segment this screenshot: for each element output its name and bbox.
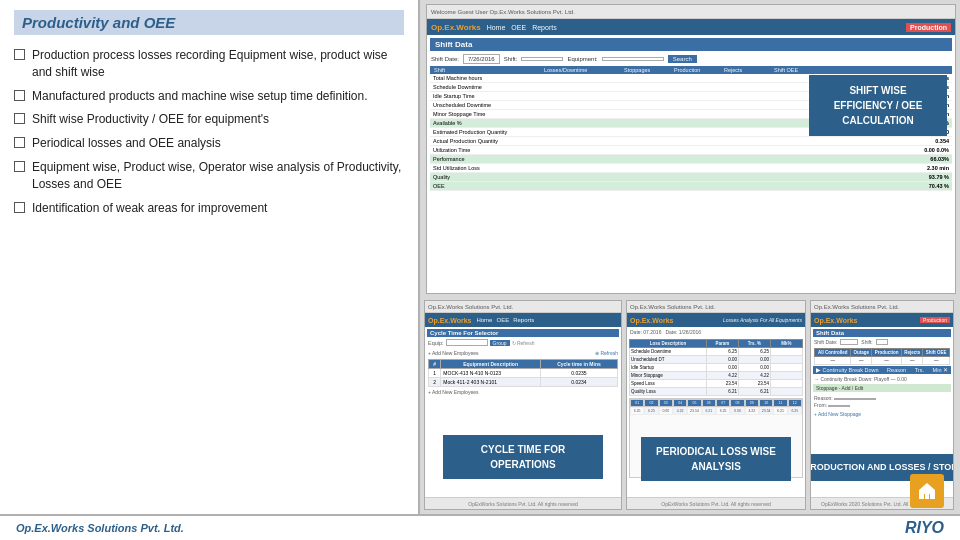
shift-data-title: Shift Data	[430, 38, 952, 51]
periodical-box-header: Op.Ex.Works Solutions Pvt. Ltd.	[627, 301, 805, 313]
home-icon	[917, 481, 937, 501]
checkbox-icon	[14, 161, 25, 172]
shift-data-screenshot: Welcome Guest User Op.Ex.Works Solutions…	[426, 4, 956, 294]
table-cell: 0.0235	[540, 369, 617, 378]
bullet-list: Production process losses recording Equi…	[14, 47, 404, 216]
list-item: Production process losses recording Equi…	[14, 47, 404, 81]
table-cell: 0.0234	[540, 378, 617, 387]
col-equip: Equipment Description	[441, 360, 541, 369]
checkbox-icon	[14, 90, 25, 101]
screenshot-navbar: Op.Ex.Works Home OEE Reports Production	[427, 19, 955, 35]
cycle-box-nav: Op.Ex.Works Home OEE Reports	[425, 313, 621, 327]
cycle-time-screenshot: Op.Ex.Works Solutions Pvt. Ltd. Op.Ex.Wo…	[424, 300, 622, 510]
form-row-mock: Shift Date: 7/26/2016 Shift: Equipment: …	[427, 52, 955, 66]
list-item: Equipment wise, Product wise, Operator w…	[14, 159, 404, 193]
list-item: Periodical losses and OEE analysis	[14, 135, 404, 152]
daily-box-topbar: Op.Ex.Works Solutions Pvt. Ltd.	[811, 301, 953, 313]
shift-efficiency-overlay: SHIFT WISE EFFICIENCY / OEE CALCULATION	[809, 75, 947, 136]
footer-brand: RIYO	[905, 519, 944, 537]
data-row: Utilization Time 0.00 0.0%	[430, 146, 952, 155]
periodical-loss-screenshot: Op.Ex.Works Solutions Pvt. Ltd. Op.Ex.Wo…	[626, 300, 806, 510]
list-item: Manufactured products and machine wise s…	[14, 88, 404, 105]
data-row: Performance 66.03%	[430, 155, 952, 164]
section-title: Productivity and OEE	[14, 10, 404, 35]
footer: Op.Ex.Works Solutions Pvt. Ltd. RIYO	[0, 514, 960, 540]
checkbox-icon	[14, 49, 25, 60]
welcome-text: Welcome Guest User Op.Ex.Works Solutions…	[431, 9, 951, 15]
table-cell: 1	[429, 369, 441, 378]
home-button[interactable]	[910, 474, 944, 508]
data-row-oee: OEE 70.43 %	[430, 182, 952, 191]
list-item: Shift wise Productivity / OEE for equipm…	[14, 111, 404, 128]
screenshot-topbar: Welcome Guest User Op.Ex.Works Solutions…	[427, 5, 955, 19]
production-label: Production	[906, 23, 951, 32]
left-panel: Productivity and OEE Production process …	[0, 0, 420, 516]
checkbox-icon	[14, 137, 25, 148]
checkbox-icon	[14, 202, 25, 213]
svg-rect-0	[925, 494, 929, 499]
checkbox-icon	[14, 113, 25, 124]
cycle-time-overlay: CYCLE TIME FOR OPERATIONS	[443, 435, 603, 479]
table-cell: Mock 411-2 403 N-2101	[441, 378, 541, 387]
logo-opex: Op.Ex.Works	[431, 23, 481, 32]
periodical-overlay: PERIODICAL LOSS WISE ANALYSIS	[641, 437, 791, 481]
table-cell: MOCK-413 N-410 N-0123	[441, 369, 541, 378]
table-cell: 2	[429, 378, 441, 387]
col-cycle: Cycle time in Mins	[540, 360, 617, 369]
data-row: Std Utilization Loss 2.30 min	[430, 164, 952, 173]
nav-oee[interactable]: OEE	[511, 24, 526, 31]
nav-home[interactable]: Home	[487, 24, 506, 31]
list-item: Identification of weak areas for improve…	[14, 200, 404, 217]
col-hash: #	[429, 360, 441, 369]
cycle-box-header: Op.Ex.Works Solutions Pvt. Ltd.	[425, 301, 621, 313]
nav-reports[interactable]: Reports	[532, 24, 557, 31]
cycle-time-for-selector: Cycle Time For Selector	[427, 329, 619, 337]
footer-company: Op.Ex.Works Solutions Pvt. Ltd.	[16, 522, 184, 534]
app-container: Productivity and OEE Production process …	[0, 0, 960, 540]
data-row: Quality 93.79 %	[430, 173, 952, 182]
data-row: Actual Production Quantity 0.354	[430, 137, 952, 146]
